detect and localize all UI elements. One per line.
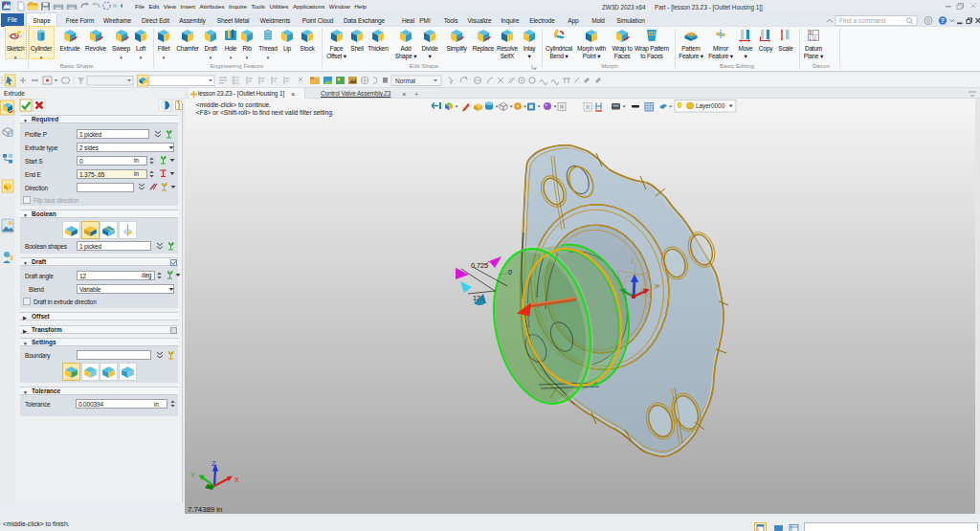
svg-text:0: 0 — [508, 268, 512, 277]
svg-text:X: X — [234, 476, 239, 483]
svg-text:Y: Y — [190, 472, 195, 478]
svg-text:Normal: Normal — [395, 77, 416, 84]
svg-text:Z: Z — [212, 460, 216, 467]
svg-text:Z: Z — [631, 257, 635, 264]
svg-text:Layer0000: Layer0000 — [696, 102, 725, 110]
svg-text:Find a command: Find a command — [839, 17, 886, 24]
svg-text:0.725: 0.725 — [471, 261, 488, 270]
svg-text:?: ? — [941, 17, 945, 24]
svg-text:i: i — [758, 526, 759, 531]
svg-text:7.74389 in: 7.74389 in — [188, 505, 222, 514]
